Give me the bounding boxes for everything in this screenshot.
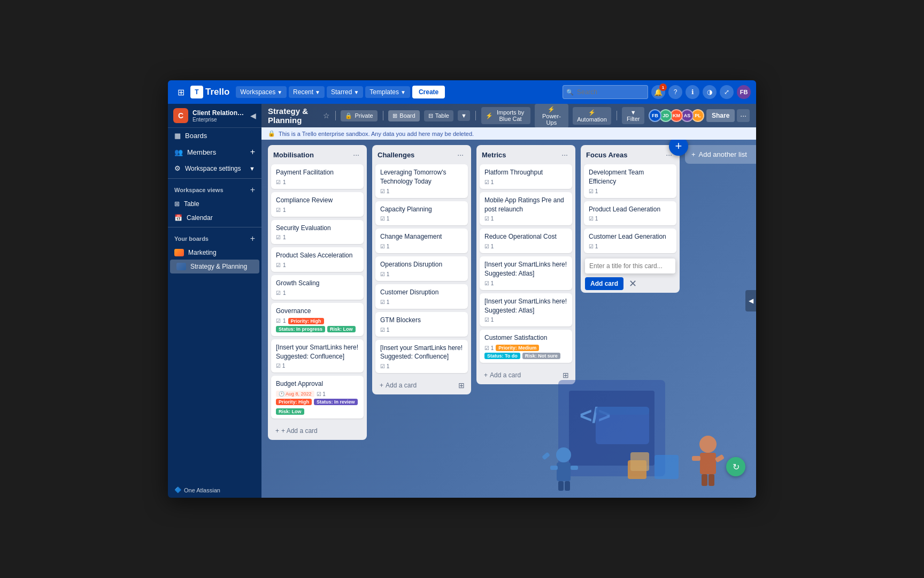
workspaces-button[interactable]: Workspaces ▼ [236, 86, 287, 98]
card[interactable]: GTM Blockers ☑ 1 [375, 312, 468, 337]
sidebar-item-members[interactable]: 👥 Members + [168, 143, 261, 161]
card-title: Governance [276, 307, 359, 316]
card[interactable]: Capacity Planning ☑ 1 [375, 201, 468, 226]
templates-button[interactable]: Templates ▼ [365, 86, 410, 98]
list-title: Challenges [378, 151, 414, 159]
share-button[interactable]: Share [706, 109, 735, 122]
create-from-template-button[interactable]: ⊞ [560, 370, 571, 381]
badge-priority: Priority: High [276, 399, 312, 405]
more-views-button[interactable]: ▼ [458, 110, 470, 121]
recent-button[interactable]: Recent ▼ [289, 86, 325, 98]
card[interactable]: [Insert your SmartLinks here! Suggested:… [375, 340, 468, 374]
card[interactable]: [Insert your SmartLinks here! Suggested:… [480, 293, 572, 327]
card-title: Growth Scaling [276, 279, 359, 288]
add-card-form: Add card ✕ [584, 256, 676, 293]
list-menu-button[interactable]: ··· [455, 149, 466, 160]
card[interactable]: Product Sales Acceleration ☑ 1 [271, 247, 364, 272]
add-board-icon[interactable]: + [250, 234, 255, 244]
sidebar: C Client Relationships Enterprise ◀ ▦ Bo… [168, 104, 261, 498]
add-card-cancel-button[interactable]: ✕ [627, 277, 639, 291]
add-list-button[interactable]: + Add another list [685, 145, 756, 164]
search-input[interactable] [563, 85, 648, 99]
imports-button[interactable]: ⚡ Imports by Blue Cat [481, 107, 530, 124]
list-menu-button[interactable]: ··· [559, 149, 570, 160]
help-button[interactable]: ? [668, 85, 682, 99]
checklist-count: 1 [283, 179, 286, 185]
card[interactable]: Security Evaluation ☑ 1 [271, 220, 364, 245]
trello-logo: T Trello [190, 86, 229, 98]
side-collapse-button[interactable]: ◀ [745, 290, 756, 311]
board-more-button[interactable]: ··· [737, 109, 750, 122]
create-button[interactable]: Create [412, 86, 445, 98]
card[interactable]: [Insert your SmartLinks here! Suggested:… [271, 339, 364, 373]
sidebar-item-table[interactable]: ⊞ Table [168, 197, 261, 211]
settings-chevron[interactable]: ▼ [249, 165, 255, 172]
add-member-icon[interactable]: + [250, 147, 255, 157]
card[interactable]: Budget Approval 🕐 Aug 8, 2022 ☑ 1 Priori… [271, 376, 364, 419]
card[interactable]: Customer Lead Generation ☑ 1 [584, 229, 676, 253]
add-list-container: + Add another list [685, 145, 756, 164]
card[interactable]: Change Management ☑ 1 [375, 229, 468, 253]
card[interactable]: Leveraging Tomorrow's Technology Today ☑… [375, 164, 468, 198]
badge-risk: Risk: Low [327, 326, 356, 332]
card[interactable]: Compliance Review ☑ 1 [271, 192, 364, 217]
card[interactable]: Development Team Efficiency ☑ 1 [584, 164, 676, 198]
external-button[interactable]: ⤢ [720, 85, 734, 99]
atlassian-icon: 🔷 [174, 486, 182, 493]
card[interactable]: Governance ☑ 1 Priority: High Status: In… [271, 303, 364, 336]
workspace-views-label: Workspace views [174, 187, 224, 193]
notification-wrapper: 🔔 1 [651, 85, 665, 99]
card[interactable]: Payment Facilitation ☑ 1 [271, 164, 364, 189]
workspace-header[interactable]: C Client Relationships Enterprise ◀ [168, 104, 261, 128]
refresh-icon[interactable]: ↻ [726, 457, 745, 476]
add-card-button[interactable]: + Add a card [481, 369, 524, 381]
settings-icon: ⚙ [174, 164, 181, 172]
table-view-button[interactable]: ⊟ Table [424, 110, 453, 121]
sidebar-item-settings[interactable]: ⚙ Workspace settings ▼ [168, 161, 261, 176]
create-from-template-button[interactable]: ⊞ [456, 380, 467, 391]
card[interactable]: Reduce Operational Cost ☑ 1 [480, 229, 572, 253]
board-view-button[interactable]: ⊞ Board [388, 110, 419, 121]
board-star-icon[interactable]: ☆ [323, 111, 330, 120]
avatar-1[interactable]: FB [649, 109, 661, 122]
sidebar-item-boards[interactable]: ▦ Boards [168, 128, 261, 143]
info-button[interactable]: ℹ [686, 85, 699, 99]
contrast-button[interactable]: ◑ [703, 85, 717, 99]
add-card-input[interactable] [585, 258, 675, 273]
sidebar-item-marketing[interactable]: Marketing [168, 246, 261, 260]
notification-badge: 1 [659, 83, 667, 91]
list-menu-button[interactable]: ··· [351, 149, 361, 160]
card[interactable]: [Insert your SmartLinks here! Suggested:… [480, 256, 572, 290]
add-card-button[interactable]: + + Add a card [272, 425, 363, 437]
power-ups-button[interactable]: ⚡ Power-Ups [535, 104, 568, 128]
list-header: Metrics ··· [476, 145, 575, 164]
user-avatar[interactable]: FB [737, 85, 751, 99]
card[interactable]: Platform Throughput ☑ 1 [480, 164, 572, 189]
workspace-type: Enterprise [192, 117, 246, 123]
card[interactable]: Product Lead Generation ☑ 1 [584, 201, 676, 226]
card[interactable]: Growth Scaling ☑ 1 [271, 275, 364, 300]
sidebar-collapse-button[interactable]: ◀ [250, 111, 256, 120]
card[interactable]: Customer Disruption ☑ 1 [375, 284, 468, 309]
add-list-icon: + [691, 150, 696, 158]
workspace-views-section: Workspace views + [168, 181, 261, 197]
grid-icon[interactable]: ⊞ [173, 85, 188, 100]
add-card-button[interactable]: + Add a card [376, 379, 420, 391]
filter-button[interactable]: ▼ Filter [622, 107, 644, 124]
list-title: Focus Areas [586, 151, 628, 159]
list-challenges: Challenges ··· Leveraging Tomorrow's Tec… [372, 145, 471, 394]
starred-button[interactable]: Starred ▼ [327, 86, 363, 98]
checklist-icon: ☑ [276, 207, 281, 213]
card[interactable]: Mobile App Ratings Pre and post relaunch… [480, 192, 572, 226]
add-view-icon[interactable]: + [250, 185, 255, 195]
sidebar-item-calendar[interactable]: 📅 Calendar [168, 211, 261, 225]
table-icon: ⊞ [174, 200, 180, 208]
automation-button[interactable]: ⚡ Automation [573, 107, 611, 125]
board-icon: ⊞ [392, 112, 397, 119]
board-private-button[interactable]: 🔒 Private [341, 110, 377, 121]
card[interactable]: Operations Disruption ☑ 1 [375, 256, 468, 281]
card-title: Compliance Review [276, 196, 359, 205]
sidebar-item-strategy[interactable]: Strategy & Planning [170, 260, 259, 273]
card[interactable]: Customer Satisfaction ☑ 1 Priority: Medi… [480, 330, 572, 363]
add-card-submit-button[interactable]: Add card [585, 277, 623, 290]
